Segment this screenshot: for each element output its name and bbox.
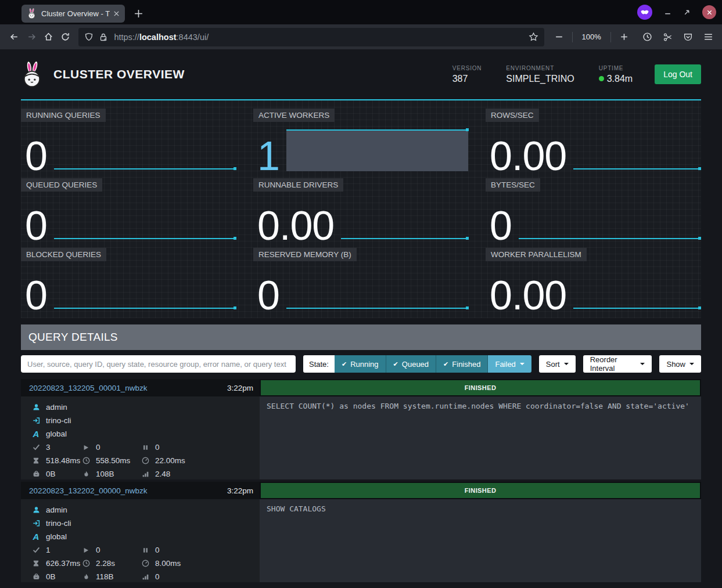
trino-favicon-icon (27, 8, 37, 19)
tile-sparkline (54, 238, 236, 239)
browser-tab[interactable]: Cluster Overview - Trino (21, 5, 125, 23)
cpu-time-gauge-icon (141, 457, 150, 464)
toolbar-separator (610, 32, 611, 42)
running-splits-icon (81, 547, 91, 554)
elapsed-time: 2.28s (96, 559, 115, 568)
close-button[interactable] (702, 5, 716, 19)
sort-button[interactable]: Sort (539, 355, 576, 373)
parallelism-chart-icon (141, 573, 150, 580)
completed-splits: 3 (46, 443, 51, 452)
elapsed-time-clock-icon (81, 457, 91, 464)
version-stat: VERSION 387 (452, 65, 482, 84)
maximize-button[interactable] (683, 9, 691, 16)
query-time: 3:22pm (227, 486, 253, 495)
tile-label: QUEUED QUERIES (21, 178, 102, 192)
cumulative-memory-flame-icon (81, 573, 91, 580)
query-source: trino-cli (46, 519, 71, 528)
wall-time-hourglass-icon (31, 560, 41, 567)
parallelism-chart-icon (141, 470, 150, 478)
show-button[interactable]: Show (659, 355, 701, 373)
state-filter-finished[interactable]: ✔Finished (436, 355, 488, 373)
query-time: 3:22pm (227, 384, 253, 392)
query-row: 20220823_132205_00001_nwbzk 3:22pm admin… (21, 379, 701, 479)
uptime-value: 3.84m (607, 74, 633, 84)
minimize-button[interactable] (664, 9, 671, 16)
forward-button[interactable] (24, 28, 38, 46)
page-header: CLUSTER OVERVIEW VERSION 387 ENVIRONMENT… (21, 49, 701, 100)
query-user: admin (46, 403, 67, 412)
pocket-icon[interactable] (681, 28, 695, 46)
tab-close-icon[interactable] (113, 10, 120, 17)
chevron-down-icon (520, 363, 525, 365)
tile-value: 1 (257, 142, 279, 171)
query-search-input[interactable] (21, 355, 296, 373)
back-button[interactable] (7, 28, 21, 46)
resource-group-icon (31, 532, 41, 542)
query-id-link[interactable]: 20220823_132202_00000_nwbzk (29, 486, 147, 495)
tile-sparkline (54, 168, 236, 169)
history-icon[interactable] (641, 28, 655, 46)
tile-sparkline (341, 238, 468, 239)
running-splits: 0 (96, 546, 100, 554)
tracking-shield-icon[interactable] (84, 33, 94, 42)
reload-button[interactable] (58, 28, 73, 46)
chevron-down-icon (689, 363, 694, 365)
running-splits: 0 (96, 443, 100, 452)
metric-tile: RESERVED MEMORY (B) 0 (253, 248, 469, 312)
zoom-out-button[interactable] (551, 28, 566, 46)
state-filter-running[interactable]: ✔Running (335, 355, 386, 373)
logout-button[interactable]: Log Out (655, 64, 701, 84)
tab-title: Cluster Overview - Trino (41, 9, 110, 18)
url-bar[interactable]: https://localhost:8443/ui/ (78, 28, 544, 46)
completed-splits-icon (31, 546, 41, 554)
user-icon (31, 403, 41, 411)
tile-label: RUNNABLE DRIVERS (253, 178, 343, 192)
query-row: 20220823_132202_00000_nwbzk 3:22pm admin… (21, 482, 701, 582)
query-details-header: QUERY DETAILS (21, 324, 701, 350)
query-resource-group: global (46, 430, 67, 438)
queued-splits-icon (141, 444, 150, 451)
bookmark-star-icon[interactable] (529, 32, 538, 42)
metric-tile: ROWS/SEC 0.00 (486, 109, 701, 173)
state-filter-group: State: ✔Running ✔Queued ✔Finished Failed (303, 355, 531, 373)
query-source: trino-cli (46, 416, 71, 425)
source-sign-in-icon (31, 417, 41, 424)
tile-label: WORKER PARALLELISM (486, 248, 587, 261)
wall-time-hourglass-icon (31, 457, 41, 464)
completed-splits-icon (31, 443, 41, 451)
query-status-strip: FINISHED (260, 379, 701, 396)
tile-value: 0 (257, 281, 279, 311)
cpu-time: 22.00ms (155, 456, 185, 465)
uptime-status-dot (599, 76, 604, 81)
running-splits-icon (81, 444, 91, 451)
reorder-interval-button[interactable]: Reorder Interval (583, 355, 652, 373)
tile-sparkline (519, 238, 701, 239)
cpu-time: 8.00ms (155, 559, 181, 568)
query-id-link[interactable]: 20220823_132205_00001_nwbzk (29, 384, 147, 392)
browser-window: Cluster Overview - Trino (0, 0, 722, 588)
new-tab-button[interactable] (134, 9, 143, 18)
cpu-time-gauge-icon (141, 560, 150, 567)
tile-label: RUNNING QUERIES (21, 109, 106, 122)
metric-tile: BYTES/SEC 0 (486, 178, 701, 243)
metric-tile: QUEUED QUERIES 0 (21, 178, 236, 243)
current-memory: 0B (46, 470, 56, 478)
tile-value: 0.00 (490, 281, 566, 311)
zoom-in-button[interactable] (617, 28, 631, 46)
current-memory: 0B (46, 572, 56, 581)
trino-logo-icon (21, 61, 43, 88)
url-text: https://localhost:8443/ui/ (114, 33, 529, 42)
screenshot-scissors-icon[interactable] (661, 28, 675, 46)
cumulative-memory: 118B (96, 572, 114, 581)
state-filter-queued[interactable]: ✔Queued (386, 355, 436, 373)
tile-value: 0 (25, 142, 47, 171)
brand: CLUSTER OVERVIEW (21, 61, 185, 88)
check-icon: ✔ (443, 360, 448, 368)
tile-value: 0 (25, 281, 47, 311)
zoom-level[interactable]: 100% (579, 33, 605, 41)
lock-warning-icon[interactable] (99, 33, 108, 42)
state-filter-failed[interactable]: Failed (488, 355, 531, 373)
menu-hamburger-icon[interactable] (701, 28, 715, 46)
toolbar-separator (572, 32, 573, 42)
home-button[interactable] (41, 28, 56, 46)
